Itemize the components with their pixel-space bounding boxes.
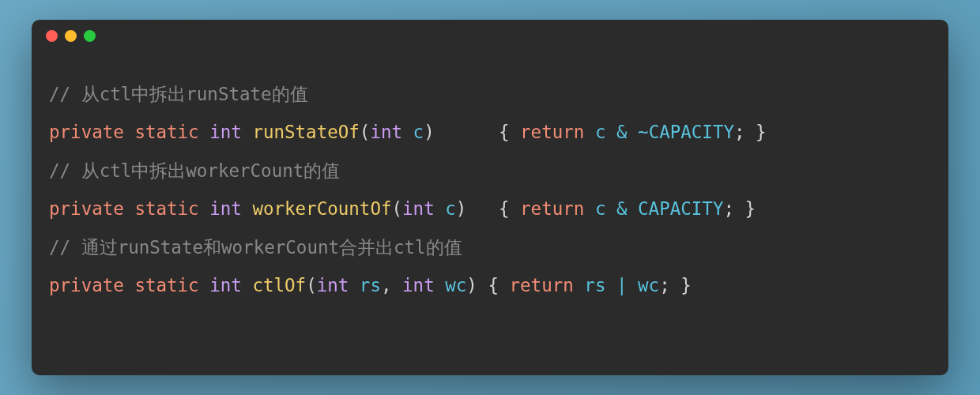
brace-close: } (745, 198, 756, 219)
param-type: int (370, 122, 402, 142)
code-line: private static int runStateOf(int c) { r… (49, 122, 767, 142)
param-name: wc (445, 275, 466, 295)
param-type: int (402, 275, 435, 295)
code-content: // 从ctl中拆出runState的值 private static int … (32, 51, 948, 328)
param-name: rs (360, 275, 381, 295)
brace-close: } (756, 122, 767, 142)
method-name: runStateOf (252, 122, 359, 142)
comment-line: // 从ctl中拆出workerCount的值 (49, 160, 340, 181)
brace-open: { (499, 122, 510, 142)
param-type: int (317, 275, 349, 295)
operator: & (616, 198, 628, 219)
var: c (595, 122, 606, 142)
operator: & (616, 122, 628, 142)
semicolon: ; (734, 122, 745, 142)
code-window: // 从ctl中拆出runState的值 private static int … (32, 20, 948, 375)
brace-open: { (488, 275, 499, 295)
keyword-static: static (134, 122, 198, 142)
window-titlebar (32, 20, 948, 51)
paren-close: ) (456, 198, 467, 219)
paren-close: ) (466, 275, 477, 295)
var: rs (584, 275, 605, 295)
code-line: private static int workerCountOf(int c) … (49, 198, 756, 219)
maximize-icon[interactable] (84, 30, 96, 42)
semicolon: ; (723, 198, 734, 219)
constant: CAPACITY (649, 122, 734, 142)
keyword-private: private (49, 122, 124, 142)
operator-prefix: ~ (638, 122, 649, 142)
keyword-static: static (134, 198, 198, 219)
minimize-icon[interactable] (65, 30, 77, 42)
type-int: int (209, 122, 242, 142)
brace-open: { (499, 198, 510, 219)
paren-close: ) (424, 122, 435, 142)
keyword-return: return (510, 275, 574, 295)
close-icon[interactable] (46, 30, 58, 42)
operator: | (616, 275, 628, 295)
paren-open: ( (306, 275, 317, 295)
param-name: c (413, 122, 424, 142)
method-name: ctlOf (252, 275, 306, 295)
code-line: private static int ctlOf(int rs, int wc)… (49, 275, 692, 295)
method-name: workerCountOf (252, 198, 391, 219)
keyword-return: return (520, 198, 584, 219)
comment-line: // 从ctl中拆出runState的值 (49, 84, 308, 104)
paren-open: ( (360, 122, 371, 142)
type-int: int (209, 275, 242, 295)
keyword-private: private (49, 198, 124, 219)
param-name: c (445, 198, 456, 219)
keyword-static: static (134, 275, 198, 295)
comment-line: // 通过runState和workerCount合并出ctl的值 (49, 237, 462, 258)
var: c (595, 198, 606, 219)
comma: , (381, 275, 392, 295)
paren-open: ( (392, 198, 403, 219)
semicolon: ; (659, 275, 670, 295)
param-type: int (402, 198, 435, 219)
constant: CAPACITY (638, 198, 723, 219)
type-int: int (209, 198, 242, 219)
keyword-return: return (520, 122, 584, 142)
brace-close: } (680, 275, 692, 295)
var: wc (638, 275, 659, 295)
keyword-private: private (49, 275, 124, 295)
padding (435, 122, 488, 142)
padding (466, 198, 488, 219)
